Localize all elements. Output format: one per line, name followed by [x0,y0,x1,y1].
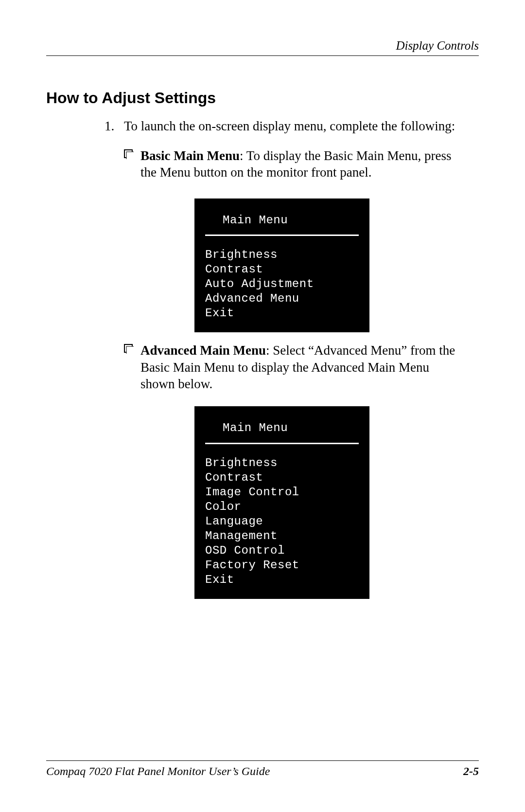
osd-menu-item: Auto Adjustment [205,277,359,291]
osd-advanced-menu: Main Menu Brightness Contrast Image Cont… [194,406,369,599]
osd-divider [205,235,359,236]
step-text: To launch the on-screen display menu, co… [124,118,459,135]
step-number: 1. [105,118,124,135]
osd-menu-item: OSD Control [205,543,359,558]
page-header: Display Controls [46,39,479,56]
osd-basic-figure: Main Menu Brightness Contrast Auto Adjus… [105,198,459,333]
checkbox-bullet-icon [124,147,140,181]
osd-menu-item: Contrast [205,470,359,485]
checkbox-bullet-icon [124,342,140,393]
bullet-advanced-main-menu: Advanced Main Menu: Select “Advanced Men… [124,342,459,393]
osd-menu-item: Color [205,500,359,514]
bullet-bold-label: Basic Main Menu [140,148,240,163]
osd-menu-item: Image Control [205,485,359,500]
osd-menu-item: Management [205,529,359,543]
page-footer: Compaq 7020 Flat Panel Monitor User’s Gu… [46,760,479,778]
footer-page-number: 2-5 [463,765,479,778]
osd-menu-item: Brightness [205,456,359,470]
osd-menu-item: Brightness [205,248,359,262]
osd-advanced-figure: Main Menu Brightness Contrast Image Cont… [105,406,459,599]
svg-rect-1 [126,152,134,159]
osd-divider [205,443,359,444]
osd-title: Main Menu [205,213,359,235]
osd-menu-item: Exit [205,573,359,587]
bullet-text: Advanced Main Menu: Select “Advanced Men… [140,342,459,393]
header-section-name: Display Controls [396,39,479,52]
osd-basic-menu: Main Menu Brightness Contrast Auto Adjus… [194,198,369,333]
osd-menu-item: Exit [205,306,359,321]
footer-guide-title: Compaq 7020 Flat Panel Monitor User’s Gu… [46,765,270,778]
svg-rect-3 [126,346,134,354]
osd-menu-item: Advanced Menu [205,291,359,306]
osd-basic-list: Brightness Contrast Auto Adjustment Adva… [205,248,359,321]
page: Display Controls How to Adjust Settings … [0,0,525,812]
osd-menu-item: Language [205,514,359,529]
osd-menu-item: Contrast [205,262,359,277]
bullet-text: Basic Main Menu: To display the Basic Ma… [140,147,459,181]
osd-advanced-list: Brightness Contrast Image Control Color … [205,456,359,587]
osd-title: Main Menu [205,421,359,443]
osd-menu-item: Factory Reset [205,558,359,573]
ordered-list: 1. To launch the on-screen display menu,… [105,118,459,599]
bullet-bold-label: Advanced Main Menu [140,343,266,358]
section-title: How to Adjust Settings [46,89,479,107]
bullet-basic-main-menu: Basic Main Menu: To display the Basic Ma… [124,147,459,181]
list-step-1: 1. To launch the on-screen display menu,… [105,118,459,135]
